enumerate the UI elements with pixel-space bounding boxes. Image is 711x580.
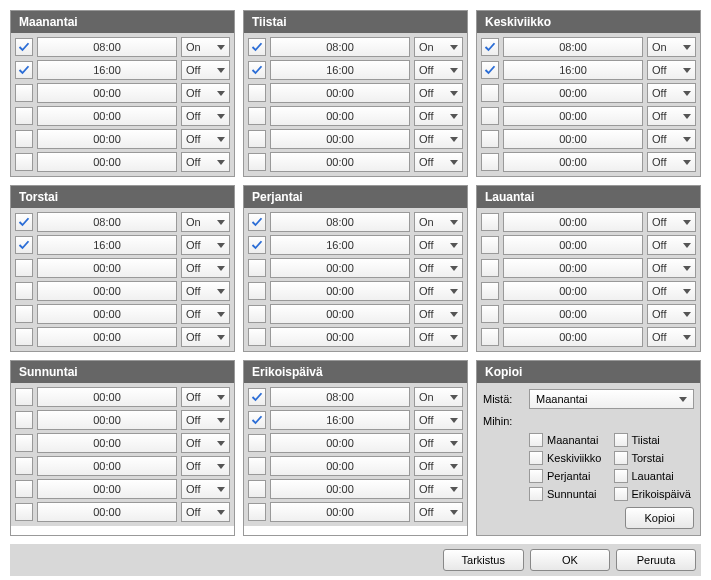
enable-checkbox[interactable]: [248, 480, 266, 498]
copy-target-checkbox[interactable]: [529, 487, 543, 501]
state-select[interactable]: Off: [414, 410, 463, 430]
state-select[interactable]: Off: [647, 235, 696, 255]
time-input[interactable]: [37, 258, 177, 278]
state-select[interactable]: Off: [181, 387, 230, 407]
time-input[interactable]: [270, 235, 410, 255]
state-select[interactable]: Off: [181, 258, 230, 278]
state-select[interactable]: On: [181, 212, 230, 232]
time-input[interactable]: [270, 410, 410, 430]
state-select[interactable]: Off: [647, 83, 696, 103]
state-select[interactable]: Off: [181, 281, 230, 301]
enable-checkbox[interactable]: [15, 213, 33, 231]
time-input[interactable]: [37, 327, 177, 347]
cancel-button[interactable]: Peruuta: [616, 549, 696, 571]
time-input[interactable]: [37, 106, 177, 126]
state-select[interactable]: Off: [181, 304, 230, 324]
time-input[interactable]: [503, 212, 643, 232]
state-select[interactable]: On: [181, 37, 230, 57]
state-select[interactable]: Off: [414, 327, 463, 347]
enable-checkbox[interactable]: [248, 236, 266, 254]
check-button[interactable]: Tarkistus: [443, 549, 524, 571]
state-select[interactable]: Off: [181, 60, 230, 80]
enable-checkbox[interactable]: [248, 153, 266, 171]
state-select[interactable]: Off: [647, 304, 696, 324]
state-select[interactable]: Off: [181, 502, 230, 522]
enable-checkbox[interactable]: [248, 259, 266, 277]
state-select[interactable]: Off: [414, 106, 463, 126]
enable-checkbox[interactable]: [248, 411, 266, 429]
copy-button[interactable]: Kopioi: [625, 507, 694, 529]
state-select[interactable]: Off: [647, 327, 696, 347]
state-select[interactable]: Off: [414, 281, 463, 301]
copy-target-checkbox[interactable]: [614, 469, 628, 483]
time-input[interactable]: [270, 37, 410, 57]
copy-target-checkbox[interactable]: [529, 451, 543, 465]
enable-checkbox[interactable]: [15, 236, 33, 254]
state-select[interactable]: Off: [181, 129, 230, 149]
state-select[interactable]: Off: [414, 152, 463, 172]
copy-target-checkbox[interactable]: [614, 487, 628, 501]
state-select[interactable]: Off: [414, 235, 463, 255]
state-select[interactable]: Off: [647, 106, 696, 126]
time-input[interactable]: [270, 433, 410, 453]
enable-checkbox[interactable]: [481, 61, 499, 79]
enable-checkbox[interactable]: [481, 130, 499, 148]
time-input[interactable]: [270, 479, 410, 499]
time-input[interactable]: [37, 456, 177, 476]
enable-checkbox[interactable]: [248, 130, 266, 148]
enable-checkbox[interactable]: [481, 107, 499, 125]
state-select[interactable]: Off: [414, 456, 463, 476]
state-select[interactable]: Off: [181, 235, 230, 255]
ok-button[interactable]: OK: [530, 549, 610, 571]
enable-checkbox[interactable]: [15, 457, 33, 475]
time-input[interactable]: [37, 281, 177, 301]
enable-checkbox[interactable]: [15, 305, 33, 323]
copy-from-select[interactable]: Maanantai: [529, 389, 694, 409]
enable-checkbox[interactable]: [248, 61, 266, 79]
state-select[interactable]: Off: [414, 60, 463, 80]
time-input[interactable]: [270, 106, 410, 126]
enable-checkbox[interactable]: [248, 503, 266, 521]
time-input[interactable]: [270, 327, 410, 347]
enable-checkbox[interactable]: [15, 328, 33, 346]
state-select[interactable]: Off: [647, 281, 696, 301]
time-input[interactable]: [503, 83, 643, 103]
time-input[interactable]: [37, 37, 177, 57]
time-input[interactable]: [37, 60, 177, 80]
state-select[interactable]: On: [647, 37, 696, 57]
state-select[interactable]: Off: [414, 433, 463, 453]
enable-checkbox[interactable]: [248, 213, 266, 231]
enable-checkbox[interactable]: [15, 282, 33, 300]
enable-checkbox[interactable]: [15, 503, 33, 521]
enable-checkbox[interactable]: [248, 38, 266, 56]
enable-checkbox[interactable]: [15, 434, 33, 452]
enable-checkbox[interactable]: [481, 213, 499, 231]
state-select[interactable]: Off: [414, 83, 463, 103]
enable-checkbox[interactable]: [15, 38, 33, 56]
time-input[interactable]: [270, 152, 410, 172]
time-input[interactable]: [270, 387, 410, 407]
enable-checkbox[interactable]: [15, 107, 33, 125]
state-select[interactable]: Off: [414, 304, 463, 324]
state-select[interactable]: Off: [414, 479, 463, 499]
time-input[interactable]: [37, 502, 177, 522]
time-input[interactable]: [37, 479, 177, 499]
state-select[interactable]: Off: [647, 152, 696, 172]
enable-checkbox[interactable]: [248, 328, 266, 346]
enable-checkbox[interactable]: [248, 84, 266, 102]
time-input[interactable]: [37, 212, 177, 232]
state-select[interactable]: Off: [647, 258, 696, 278]
enable-checkbox[interactable]: [481, 328, 499, 346]
state-select[interactable]: Off: [181, 410, 230, 430]
enable-checkbox[interactable]: [481, 236, 499, 254]
time-input[interactable]: [503, 281, 643, 301]
time-input[interactable]: [270, 83, 410, 103]
time-input[interactable]: [37, 433, 177, 453]
time-input[interactable]: [270, 129, 410, 149]
state-select[interactable]: Off: [647, 212, 696, 232]
enable-checkbox[interactable]: [248, 388, 266, 406]
time-input[interactable]: [270, 258, 410, 278]
state-select[interactable]: On: [414, 212, 463, 232]
time-input[interactable]: [37, 129, 177, 149]
state-select[interactable]: Off: [647, 129, 696, 149]
